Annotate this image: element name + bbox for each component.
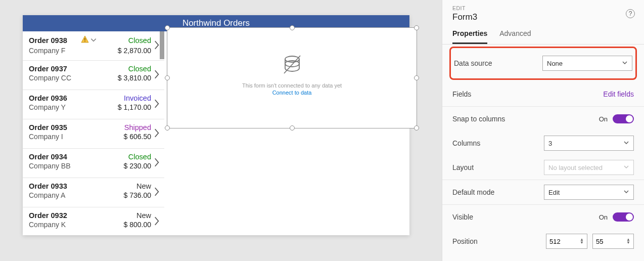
list-item[interactable]: Order 0936InvoicedCompany Y$ 1,170.00 [23,90,164,119]
chevron-right-icon[interactable] [153,127,160,141]
order-status: Closed [99,36,158,45]
resize-handle[interactable] [414,125,419,130]
order-id: Order 0937 [29,65,79,73]
order-status: New [99,211,158,220]
fields-label: Fields [452,90,603,98]
position-x-value: 512 [549,238,561,245]
svg-rect-1 [84,41,85,41]
order-company: Company K [29,221,79,229]
order-company: Company CC [29,74,79,82]
visible-label: Visible [452,213,599,221]
chevron-down-icon [622,60,628,67]
order-id: Order 0932 [29,211,79,220]
database-icon [280,53,304,77]
position-label: Position [452,237,546,245]
chevron-right-icon[interactable] [153,39,160,53]
orders-gallery[interactable]: Order 0938ClosedCompany F$ 2,870.00Order… [23,31,164,235]
data-source-value: None [547,60,563,67]
layout-value: No layout selected [548,164,603,171]
help-icon[interactable]: ? [626,9,635,18]
columns-dropdown[interactable]: 3 [544,136,634,151]
visible-state: On [599,213,608,221]
form-empty-state: This form isn't connected to any data ye… [167,28,417,96]
default-mode-label: Default mode [452,188,544,196]
columns-value: 3 [548,140,552,147]
selected-control-name: Form3 [452,12,634,22]
position-y-value: 55 [596,238,603,245]
order-id: Order 0934 [29,153,79,161]
app-canvas: Northwind Orders Order 0938ClosedCompany… [23,15,409,235]
connect-to-data-link[interactable]: Connect to data [167,90,417,96]
data-source-dropdown[interactable]: None [542,56,632,71]
chevron-right-icon[interactable] [153,215,160,229]
position-x-input[interactable]: 512 ▲▼ [546,234,587,249]
columns-label: Columns [452,139,544,147]
tab-properties[interactable]: Properties [452,29,487,44]
resize-handle[interactable] [414,25,419,30]
layout-label: Layout [452,163,544,171]
position-y-input[interactable]: 55 ▲▼ [592,234,634,249]
panel-mode-label: EDIT [452,5,634,11]
order-company: Company A [29,191,79,199]
order-company: Company BB [29,162,79,170]
snap-state: On [599,115,608,123]
chevron-down-icon [623,164,629,171]
order-status: Closed [99,65,158,73]
resize-handle[interactable] [165,75,170,80]
order-amount: $ 230.00 [79,162,158,170]
default-mode-dropdown[interactable]: Edit [544,185,634,200]
svg-point-3 [285,61,299,67]
order-amount: $ 1,170.00 [79,103,158,111]
data-source-label: Data source [454,59,542,67]
order-id: Order 0936 [29,94,79,102]
default-mode-value: Edit [548,189,560,196]
tab-advanced[interactable]: Advanced [499,29,531,44]
list-item[interactable]: Order 0934ClosedCompany BB$ 230.00 [23,149,164,178]
order-company: Company F [29,47,79,55]
chevron-down-icon[interactable] [90,36,97,44]
chevron-right-icon[interactable] [153,157,160,170]
resize-handle[interactable] [414,75,419,80]
resize-handle[interactable] [290,25,295,30]
properties-panel: EDIT Form3 ? Properties Advanced Data so… [442,0,644,261]
order-amount: $ 3,810.00 [79,74,158,82]
snap-toggle[interactable] [613,114,634,123]
order-status: Invoiced [99,94,158,102]
form3-selected[interactable]: This form isn't connected to any data ye… [167,27,417,128]
list-item[interactable]: Order 0938ClosedCompany F$ 2,870.00 [23,31,164,61]
visible-toggle[interactable] [613,212,634,222]
order-amount: $ 800.00 [79,221,158,229]
list-item[interactable]: Order 0935ShippedCompany I$ 606.50 [23,119,164,149]
chevron-right-icon[interactable] [153,69,160,82]
order-status: Shipped [99,123,158,132]
list-item[interactable]: Order 0932NewCompany K$ 800.00 [23,207,164,235]
svg-rect-0 [84,38,85,40]
edit-fields-link[interactable]: Edit fields [603,90,634,98]
stepper-icon[interactable]: ▲▼ [626,238,630,244]
chevron-down-icon [623,189,629,196]
order-company: Company Y [29,103,79,111]
warning-icon [81,35,89,44]
order-amount: $ 2,870.00 [79,47,158,55]
order-amount: $ 606.50 [79,133,158,141]
order-company: Company I [29,133,79,141]
list-item[interactable]: Order 0937ClosedCompany CC$ 3,810.00 [23,61,164,90]
order-amount: $ 736.00 [79,191,158,199]
resize-handle[interactable] [165,25,170,30]
list-item[interactable]: Order 0933NewCompany A$ 736.00 [23,178,164,207]
chevron-right-icon[interactable] [153,98,160,111]
layout-dropdown[interactable]: No layout selected [544,160,634,175]
order-id: Order 0935 [29,123,79,132]
stepper-icon[interactable]: ▲▼ [580,238,584,244]
order-status: Closed [99,153,158,161]
resize-handle[interactable] [165,125,170,130]
snap-label: Snap to columns [452,115,599,123]
order-id: Order 0938 [29,36,79,45]
data-source-highlight: Data source None [449,47,637,80]
chevron-right-icon[interactable] [153,186,160,199]
resize-handle[interactable] [290,125,295,130]
order-id: Order 0933 [29,182,79,190]
form-empty-message: This form isn't connected to any data ye… [167,82,417,89]
svg-line-4 [284,56,300,73]
chevron-down-icon [623,140,629,147]
